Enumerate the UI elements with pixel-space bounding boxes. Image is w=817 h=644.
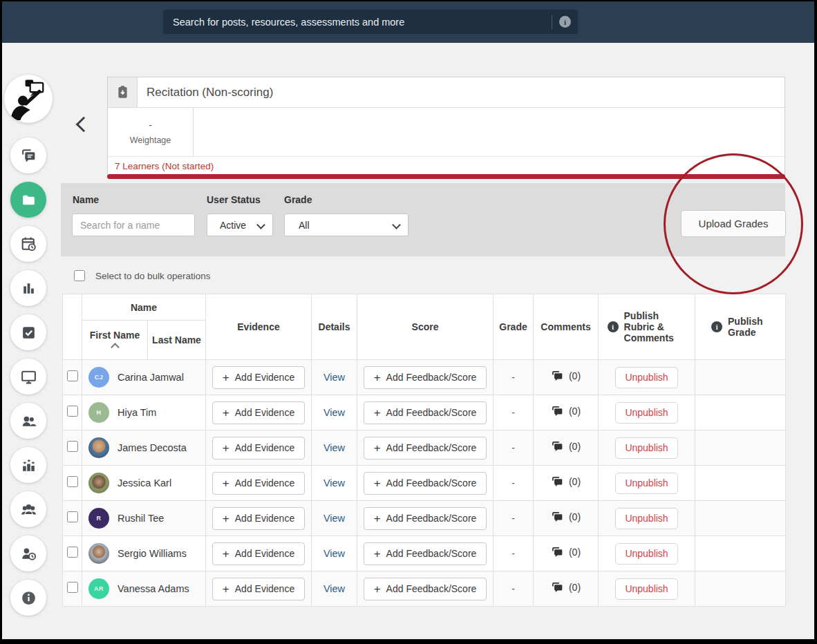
comments-icon <box>551 370 564 382</box>
comments-icon <box>551 582 564 594</box>
bulk-select-checkbox[interactable] <box>74 270 85 281</box>
global-search[interactable]: i <box>163 10 578 34</box>
view-details-link[interactable]: View <box>323 477 345 489</box>
row-checkbox[interactable] <box>67 511 78 522</box>
unpublish-button[interactable]: Unpublish <box>615 367 677 388</box>
view-details-link[interactable]: View <box>323 583 345 594</box>
instructor-illustration <box>7 77 50 120</box>
row-checkbox[interactable] <box>67 476 78 487</box>
sidebar-item-folders[interactable] <box>10 182 46 218</box>
sidebar-item-learners[interactable] <box>10 403 46 439</box>
learner-name: Sergio Williams <box>118 548 187 559</box>
grade-value: - <box>511 442 515 453</box>
plus-icon: + <box>374 548 381 560</box>
comments-control[interactable]: (0) <box>551 370 581 382</box>
sidebar-item-schedule[interactable] <box>10 226 46 262</box>
unpublish-button[interactable]: Unpublish <box>615 402 677 424</box>
row-checkbox[interactable] <box>67 441 78 452</box>
header-last-name[interactable]: Last Name <box>148 321 206 360</box>
unpublish-button[interactable]: Unpublish <box>615 437 677 459</box>
assessment-card: Recitation (Non-scoring) - Weightage 7 L… <box>107 77 785 176</box>
assessment-title: Recitation (Non-scoring) <box>138 77 273 107</box>
view-details-link[interactable]: View <box>323 407 345 418</box>
table-row: AR Vanessa Adams + Add Evidence View + A… <box>63 571 786 607</box>
comments-count: (0) <box>569 582 581 593</box>
sidebar-item-leaderboard[interactable]: ★ ★ ★ <box>10 447 46 483</box>
comments-icon <box>551 511 564 523</box>
add-evidence-button[interactable]: + Add Evidence <box>212 542 305 565</box>
add-evidence-button[interactable]: + Add Evidence <box>212 472 305 495</box>
sidebar-item-tasks[interactable] <box>10 314 46 350</box>
weightage-cell: - Weightage <box>108 108 194 156</box>
add-evidence-button[interactable]: + Add Evidence <box>212 366 305 389</box>
header-publish-rubric: i Publish Rubric & Comments <box>599 294 695 360</box>
add-feedback-score-button[interactable]: + Add Feedback/Score <box>364 366 487 389</box>
discussions-icon <box>20 147 37 164</box>
comments-count: (0) <box>569 511 581 522</box>
plus-icon: + <box>223 442 229 454</box>
learner-avatar-photo <box>88 473 109 493</box>
header-first-name[interactable]: First Name <box>82 321 148 360</box>
name-search-input[interactable] <box>72 214 195 236</box>
sidebar-item-analytics[interactable] <box>10 270 46 306</box>
plus-icon: + <box>374 477 381 489</box>
view-details-link[interactable]: View <box>323 513 345 524</box>
row-checkbox[interactable] <box>67 370 78 381</box>
add-feedback-score-button[interactable]: + Add Feedback/Score <box>364 507 487 530</box>
learner-name: Hiya Tim <box>118 407 156 418</box>
collapse-panel-chevron-left-icon[interactable] <box>76 117 92 133</box>
unpublish-button[interactable]: Unpublish <box>615 578 677 600</box>
comments-control[interactable]: (0) <box>551 476 581 488</box>
add-evidence-button[interactable]: + Add Evidence <box>212 507 305 530</box>
comments-control[interactable]: (0) <box>551 511 581 523</box>
person-clock-icon <box>20 545 37 562</box>
publish-grade-cell <box>695 360 786 395</box>
plus-icon: + <box>374 407 381 419</box>
info-icon[interactable]: i <box>711 321 722 332</box>
search-info-icon[interactable]: i <box>559 16 571 28</box>
sidebar-item-attendance[interactable] <box>10 536 46 571</box>
comments-control[interactable]: (0) <box>551 406 581 417</box>
unpublish-button[interactable]: Unpublish <box>615 543 677 565</box>
header-comments: Comments <box>534 294 599 360</box>
filter-panel: Name User Status Active Grade All Upload… <box>61 183 785 256</box>
add-feedback-score-button[interactable]: + Add Feedback/Score <box>364 401 487 424</box>
add-evidence-button[interactable]: + Add Evidence <box>212 578 305 600</box>
unpublish-button[interactable]: Unpublish <box>615 508 677 529</box>
view-details-link[interactable]: View <box>323 548 345 559</box>
view-details-link[interactable]: View <box>323 372 345 383</box>
row-checkbox[interactable] <box>67 406 78 417</box>
grade-select[interactable]: All <box>284 214 409 236</box>
user-status-select[interactable]: Active <box>207 214 273 236</box>
global-search-input[interactable] <box>163 17 552 28</box>
add-evidence-button[interactable]: + Add Evidence <box>212 437 305 460</box>
add-feedback-score-button[interactable]: + Add Feedback/Score <box>364 578 487 600</box>
unpublish-button[interactable]: Unpublish <box>615 473 677 494</box>
view-details-link[interactable]: View <box>323 442 345 453</box>
plus-icon: + <box>223 548 229 560</box>
sidebar-item-groups[interactable] <box>10 491 46 527</box>
header-score: Score <box>357 294 494 360</box>
sidebar-item-info[interactable] <box>10 580 46 616</box>
comments-icon <box>551 547 564 558</box>
header-details: Details <box>312 294 357 360</box>
add-evidence-button[interactable]: + Add Evidence <box>212 401 305 424</box>
comments-count: (0) <box>569 441 581 452</box>
comments-control[interactable]: (0) <box>551 547 581 558</box>
info-icon[interactable]: i <box>608 321 619 332</box>
comments-control[interactable]: (0) <box>551 441 581 453</box>
row-checkbox[interactable] <box>67 582 78 593</box>
learner-name: Carina Jamwal <box>118 372 184 383</box>
comments-control[interactable]: (0) <box>551 582 581 594</box>
add-feedback-score-button[interactable]: + Add Feedback/Score <box>364 542 487 565</box>
comments-icon <box>551 406 564 417</box>
instructor-avatar[interactable] <box>4 75 53 123</box>
publish-grade-cell <box>695 430 786 466</box>
sidebar-item-discussions[interactable] <box>10 138 46 173</box>
add-feedback-score-button[interactable]: + Add Feedback/Score <box>364 437 487 460</box>
upload-grades-button[interactable]: Upload Grades <box>681 210 786 237</box>
header-publish-grade: i Publish Grade <box>695 294 786 360</box>
sidebar-item-virtual-class[interactable] <box>10 359 46 395</box>
row-checkbox[interactable] <box>67 547 78 558</box>
add-feedback-score-button[interactable]: + Add Feedback/Score <box>364 472 487 495</box>
